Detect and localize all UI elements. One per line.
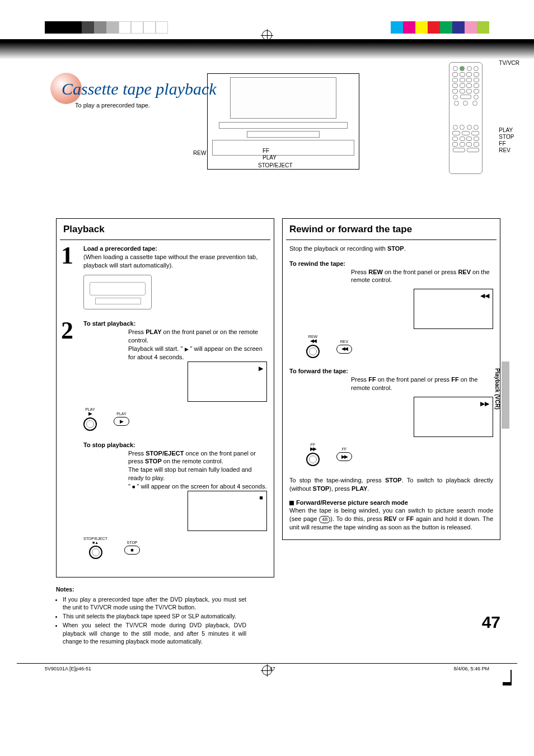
panel-play-button-icon: PLAY <box>83 407 97 431</box>
fw-c: on the front panel or press <box>376 376 452 383</box>
stop-section: To stop playback: Press STOP/EJECT once … <box>63 441 267 559</box>
square-bullet-icon <box>289 501 294 505</box>
step-2-number: 2 <box>61 314 73 347</box>
printer-marks-top <box>0 0 534 28</box>
fw-b: FF <box>368 376 376 383</box>
footer-left: 5V90101A [E]p46-51 <box>45 666 91 672</box>
rewind-forward-title: Rewind or forward the tape <box>286 222 496 240</box>
remote-rev-button-icon: REV <box>336 340 352 354</box>
device-diagrams: REW FF PLAY STOP/EJECT TV/VCR PLAY STOP <box>202 73 534 185</box>
remote-ff-label2: FF <box>336 447 352 451</box>
remote-stop-button-icon: STOP <box>124 541 140 555</box>
rewind-heading: To rewind the tape: <box>289 260 345 267</box>
step-2-heading: To start playback: <box>83 320 135 327</box>
remote-diagram <box>449 62 483 174</box>
step-1-heading: Load a prerecorded tape: <box>83 245 157 252</box>
vcr-front-diagram: REW FF PLAY STOP/EJECT <box>207 73 359 170</box>
stop-t5: on the remote control. <box>162 458 223 464</box>
rw-a: Press <box>351 269 368 275</box>
stop-t7: " <box>128 483 132 490</box>
search-mode-block: Forward/Reverse picture search mode When… <box>289 499 493 532</box>
mode-heading: Forward/Reverse picture search mode <box>296 499 408 506</box>
rw-b: REW <box>368 269 383 275</box>
notes-heading: Notes: <box>56 586 74 593</box>
forward-heading: To forward the tape: <box>289 368 348 374</box>
mode-d: or <box>397 515 406 522</box>
gradient-bar <box>0 39 534 59</box>
fw-a: Press <box>351 376 368 383</box>
note-3: When you select the TV/VCR mode during D… <box>63 621 246 645</box>
remote-play-button-icon: PLAY <box>114 412 129 426</box>
remote-play-label: PLAY <box>499 127 519 134</box>
tail-f: PLAY <box>352 485 367 492</box>
note-2: This unit selects the playback tape spee… <box>63 612 246 620</box>
vcr-stopeject-label: STOP/EJECT <box>258 162 293 168</box>
tail-g: . <box>367 485 369 492</box>
vcr-rew-label: REW <box>193 150 206 156</box>
stop-t6: The tape will stop but remain fully load… <box>128 466 252 481</box>
step-1-body: (When loading a cassette tape without th… <box>83 253 257 269</box>
stop-t1: Press <box>128 450 146 457</box>
rf-intro-a: Stop the playback or recording with <box>289 245 387 252</box>
step-2-text-c: Playback will start. " <box>128 345 185 352</box>
page-number: 47 <box>482 613 500 632</box>
stop-t4: STOP <box>145 458 162 464</box>
fw-d: FF <box>451 376 458 383</box>
panel-stopeject-label: STOP/EJECT <box>83 537 107 541</box>
crop-mark-br-icon <box>494 670 512 685</box>
note-1: If you play a prerecorded tape after the… <box>63 595 246 611</box>
remote-stop-label2: STOP <box>124 541 140 544</box>
side-tab <box>502 361 509 429</box>
panel-rew-button-icon: REW <box>306 335 320 358</box>
screen-stop-indicator: ■ <box>188 491 267 531</box>
step-1: 1 Load a prerecorded tape: (When loading… <box>63 245 267 310</box>
mode-e: FF <box>406 515 414 522</box>
registration-mark-bottom-icon <box>262 665 272 675</box>
remote-tvvcr-label: TV/VCR <box>499 60 519 67</box>
stop-t2: STOP/EJECT <box>146 450 184 457</box>
panel-ff-button-icon: FF <box>306 443 320 466</box>
notes-section: Notes: If you play a prerecorded tape af… <box>56 585 246 645</box>
step-2-play-bold: PLAY <box>146 328 161 335</box>
footer-right: 8/4/06, 5:46 PM <box>453 666 489 672</box>
rf-intro-c: . <box>404 245 406 252</box>
play-symbol-icon <box>185 345 189 352</box>
tail-b: STOP <box>385 477 402 483</box>
cassette-illustration <box>83 275 152 309</box>
screen-play-indicator: ▶ <box>188 361 267 402</box>
color-blocks <box>391 21 489 34</box>
mode-b: ). To do this, press <box>330 515 384 522</box>
registration-mark-icon <box>262 30 272 40</box>
stop-heading: To stop playback: <box>83 442 135 448</box>
rw-d: REV <box>458 269 471 275</box>
panel-stopeject-button-icon: STOP/EJECT ■▲ <box>83 537 107 559</box>
rf-intro-b: STOP <box>387 245 404 252</box>
tail-e: ), press <box>329 485 352 492</box>
vcr-play-label: PLAY <box>263 154 277 161</box>
rw-c: on the front panel or press <box>383 269 458 275</box>
remote-play-label2: PLAY <box>114 412 129 416</box>
playback-panel-title: Playback <box>60 222 270 240</box>
vcr-ff-label: FF <box>263 148 269 154</box>
remote-stop-label: STOP <box>499 134 519 140</box>
rf-tail: To stop the tape-winding, press STOP. To… <box>289 476 493 493</box>
screen-rew-indicator: ◀◀ <box>414 289 493 329</box>
screen-ff-indicator: ▶▶ <box>414 397 493 437</box>
remote-rev-label: REV <box>499 147 519 154</box>
remote-ff-label: FF <box>499 140 519 147</box>
grayscale-blocks <box>45 21 168 34</box>
remote-ff-button-icon: FF <box>336 447 352 461</box>
footer: 5V90101A [E]p46-51 47 8/4/06, 5:46 PM <box>0 663 534 685</box>
step-1-number: 1 <box>61 239 73 272</box>
stop-t8: " will appear on the screen for about 4 … <box>135 483 266 490</box>
tail-d: STOP <box>313 485 330 492</box>
step-2-text-a: Press <box>128 328 146 335</box>
rewind-forward-panel: Rewind or forward the tape Stop the play… <box>282 218 500 540</box>
mode-c: REV <box>384 515 397 522</box>
step-2: 2 To start playback: Press PLAY on the f… <box>63 320 267 430</box>
tail-a: To stop the tape-winding, press <box>289 477 385 483</box>
page-ref-48: 48 <box>319 516 330 523</box>
remote-callouts: TV/VCR PLAY STOP FF REV <box>499 60 519 154</box>
remote-rev-label2: REV <box>336 340 352 344</box>
playback-panel: Playback 1 Load a prerecorded tape: (Whe… <box>56 218 274 577</box>
